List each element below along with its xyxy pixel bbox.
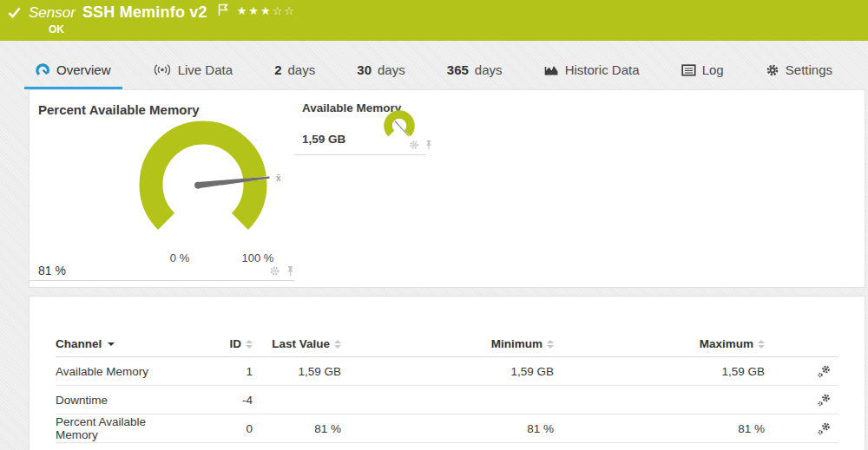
channel-minimum: 81 %	[341, 422, 554, 435]
table-header-row: Channel ID Last Value Minimum Maximum	[56, 331, 838, 357]
tab-live-data[interactable]: Live Data	[141, 54, 244, 89]
channel-name-link[interactable]: Downtime	[56, 394, 108, 407]
sensor-header-bar: Sensor SSH Meminfo v2 ★★★☆☆ OK	[0, 0, 868, 41]
channel-minimum: 1,59 GB	[341, 365, 554, 378]
mean-marker: x̄	[276, 173, 281, 183]
column-header-id[interactable]: ID	[186, 337, 253, 350]
channel-name-link[interactable]: Available Memory	[56, 365, 148, 378]
gauge-icon	[36, 62, 50, 77]
channel-gear-icon[interactable]	[409, 140, 419, 150]
sort-icon	[758, 340, 765, 349]
available-memory-gauge	[376, 107, 421, 143]
pin-icon[interactable]	[286, 265, 295, 277]
sensor-tabbar: Overview Live Data 2 days 30 days 365 da…	[0, 41, 868, 89]
percent-available-memory-gauge: x̄	[108, 108, 307, 270]
settings-gear-icon	[766, 63, 779, 77]
tab-overview[interactable]: Overview	[24, 54, 122, 89]
tile-divider	[30, 280, 294, 281]
tab-log[interactable]: Log	[670, 54, 735, 89]
channel-table-panel: Channel ID Last Value Minimum Maximum	[29, 296, 865, 450]
channel-settings-icon[interactable]	[817, 421, 832, 436]
secondary-gauge-value: 1,59 GB	[302, 133, 345, 146]
table-row[interactable]: Downtime -4	[56, 386, 838, 414]
sensor-title: SSH Meminfo v2	[82, 3, 207, 22]
channel-id: 0	[186, 422, 253, 435]
object-type-label: Sensor	[29, 4, 76, 22]
channel-id: -4	[186, 394, 253, 407]
channel-maximum: 81 %	[554, 422, 765, 435]
status-check-icon	[7, 5, 22, 20]
flag-icon[interactable]	[218, 3, 228, 16]
table-row[interactable]: Percent Available Memory 0 81 % 81 % 81 …	[56, 414, 838, 443]
sort-desc-icon	[108, 342, 115, 346]
channel-last-value: 81 %	[253, 422, 341, 435]
channel-settings-icon[interactable]	[817, 364, 832, 379]
gauge-scale-min: 0 %	[154, 251, 206, 264]
channel-last-value: 1,59 GB	[253, 365, 341, 378]
tile-divider	[294, 154, 426, 155]
gauge-scale-max: 100 %	[226, 251, 290, 264]
channel-name-link[interactable]: Percent Available Memory	[56, 415, 186, 441]
live-data-icon	[153, 63, 172, 76]
channel-maximum: 1,59 GB	[554, 365, 765, 378]
channel-settings-icon[interactable]	[817, 393, 832, 408]
primary-gauge-value: 81 %	[38, 264, 66, 277]
tab-2-days[interactable]: 2 days	[263, 54, 326, 89]
pin-icon[interactable]	[424, 140, 433, 150]
column-header-last-value[interactable]: Last Value	[253, 337, 341, 350]
historic-data-icon	[544, 63, 559, 76]
sort-icon	[334, 340, 341, 349]
sort-icon	[246, 340, 253, 349]
sensor-status-badge: OK	[49, 23, 64, 36]
tab-365-days[interactable]: 365 days	[436, 54, 514, 89]
table-row[interactable]: Available Memory 1 1,59 GB 1,59 GB 1,59 …	[56, 357, 838, 386]
sort-icon	[547, 340, 554, 349]
channel-gear-icon[interactable]	[269, 265, 280, 277]
column-header-maximum[interactable]: Maximum	[554, 337, 765, 350]
channel-id: 1	[186, 365, 253, 378]
overview-gauges-panel: Percent Available Memory x̄ 0 % 100 % 81…	[29, 89, 865, 288]
tab-historic-data[interactable]: Historic Data	[533, 54, 651, 89]
column-header-minimum[interactable]: Minimum	[341, 337, 554, 350]
tab-30-days[interactable]: 30 days	[345, 54, 416, 89]
column-header-channel[interactable]: Channel	[56, 337, 186, 350]
log-icon	[681, 64, 696, 76]
channel-table: Channel ID Last Value Minimum Maximum	[56, 331, 838, 443]
tab-settings[interactable]: Settings	[754, 54, 844, 89]
priority-stars[interactable]: ★★★☆☆	[237, 4, 296, 17]
